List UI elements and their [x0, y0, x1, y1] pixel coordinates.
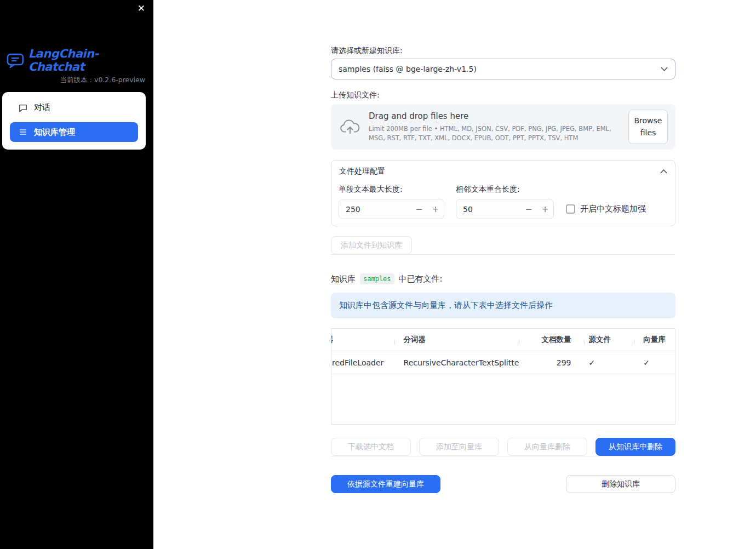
overlap-length-group: 相邻文本重合长度: 50 − +	[456, 184, 554, 219]
add-to-vector-store-button[interactable]: 添加至向量库	[419, 438, 499, 456]
info-banner: 知识库中包含源文件与向量库，请从下表中选择文件后操作	[331, 293, 675, 318]
overlap-length-stepper[interactable]: 50 − +	[456, 199, 554, 219]
kb-select-value: samples (faiss @ bge-large-zh-v1.5)	[339, 65, 477, 73]
knowledge-base-icon	[19, 128, 27, 136]
delete-kb-button[interactable]: 删除知识库	[566, 475, 675, 493]
max-length-label: 单段文本最大长度:	[339, 184, 444, 195]
kb-select-label: 请选择或新建知识库:	[331, 45, 675, 56]
expander-body: 单段文本最大长度: 250 − + 相邻文本重合长度: 50 − +	[331, 182, 675, 226]
cell-vector-store-check: ✓	[634, 358, 675, 367]
cell-loader: redFileLoader	[331, 358, 394, 367]
chevron-down-icon	[661, 67, 668, 71]
zh-title-enhance-checkbox[interactable]: 开启中文标题加强	[566, 204, 646, 214]
kb-bottom-actions: 依据源文件重建向量库 删除知识库	[331, 475, 675, 493]
logo-chat-icon	[7, 53, 24, 68]
sidebar: ✕ LangChain-Chatchat 当前版本：v0.2.6-preview…	[0, 0, 153, 549]
sidebar-item-kb-management[interactable]: 知识库管理	[10, 122, 138, 142]
sidebar-item-label: 知识库管理	[34, 127, 75, 138]
delete-from-vector-store-button[interactable]: 从向量库删除	[507, 438, 587, 456]
delete-from-kb-button[interactable]: 从知识库中删除	[595, 438, 675, 456]
sidebar-item-dialogue[interactable]: 对话	[10, 98, 138, 118]
kb-files-prefix: 知识库	[331, 274, 356, 284]
dropzone-text: Drag and drop files here Limit 200MB per…	[369, 111, 620, 142]
main-area: 请选择或新建知识库: samples (faiss @ bge-large-zh…	[153, 0, 756, 549]
file-actions: 下载选中文档 添加至向量库 从向量库删除 从知识库中删除	[331, 438, 675, 456]
minus-button[interactable]: −	[411, 204, 427, 214]
sidebar-menu: 对话 知识库管理	[2, 92, 146, 150]
file-config-expander: 文件处理配置 单段文本最大长度: 250 − + 相邻文本重合长度: 50	[331, 160, 675, 226]
minus-button[interactable]: −	[520, 204, 537, 214]
kb-files-heading: 知识库 samples 中已有文件:	[331, 273, 675, 284]
table-row[interactable]: redFileLoader RecursiveCharacterTextSpli…	[331, 351, 675, 374]
close-sidebar-icon[interactable]: ✕	[138, 4, 145, 13]
download-selected-button[interactable]: 下载选中文档	[331, 438, 411, 456]
cloud-upload-icon	[340, 119, 360, 135]
table-header: 器 分词器 文档数量 源文件 向量库	[331, 329, 675, 351]
rebuild-vector-store-button[interactable]: 依据源文件重建向量库	[331, 475, 440, 493]
cell-doc-count: 299	[519, 358, 585, 367]
header-source-file[interactable]: 源文件	[584, 335, 634, 345]
checkbox-label: 开启中文标题加强	[580, 204, 646, 214]
add-files-to-kb-button[interactable]: 添加文件到知识库	[331, 236, 412, 254]
plus-button[interactable]: +	[427, 204, 444, 214]
cell-splitter: RecursiveCharacterTextSplitter	[394, 358, 519, 367]
max-length-stepper[interactable]: 250 − +	[339, 199, 444, 219]
logo-text: LangChain-Chatchat	[28, 47, 153, 73]
file-dropzone[interactable]: Drag and drop files here Limit 200MB per…	[331, 104, 675, 150]
plus-button[interactable]: +	[537, 204, 553, 214]
app-logo: LangChain-Chatchat	[7, 47, 153, 73]
header-splitter[interactable]: 分词器	[394, 335, 519, 345]
header-doc-count[interactable]: 文档数量	[519, 335, 585, 345]
expander-title: 文件处理配置	[339, 167, 385, 176]
max-length-group: 单段文本最大长度: 250 − +	[339, 184, 444, 219]
kb-select[interactable]: samples (faiss @ bge-large-zh-v1.5)	[331, 59, 675, 79]
expander-header[interactable]: 文件处理配置	[331, 161, 675, 182]
chat-bubble-icon	[19, 104, 27, 112]
sidebar-item-label: 对话	[34, 102, 50, 113]
overlap-length-label: 相邻文本重合长度:	[456, 184, 554, 195]
upload-label: 上传知识文件:	[331, 89, 675, 100]
divider	[331, 254, 675, 255]
header-vector-store[interactable]: 向量库	[634, 335, 675, 345]
cell-source-file-check: ✓	[584, 358, 634, 367]
version-label: 当前版本：v0.2.6-preview	[60, 76, 146, 85]
dropzone-limits: Limit 200MB per file • HTML, MD, JSON, C…	[369, 124, 620, 142]
kb-files-suffix: 中已有文件:	[399, 274, 443, 284]
checkbox-icon[interactable]	[566, 204, 575, 214]
max-length-value[interactable]: 250	[339, 205, 411, 214]
dropzone-title: Drag and drop files here	[369, 111, 620, 121]
header-loader[interactable]: 器	[331, 335, 394, 345]
browse-files-button[interactable]: Browse files	[628, 110, 668, 144]
kb-name-code: samples	[360, 273, 394, 284]
divider	[331, 456, 675, 456]
files-table: 器 分词器 文档数量 源文件 向量库 redFileLoader Recursi…	[331, 328, 675, 425]
overlap-length-value[interactable]: 50	[456, 205, 520, 214]
chevron-up-icon	[660, 169, 667, 174]
